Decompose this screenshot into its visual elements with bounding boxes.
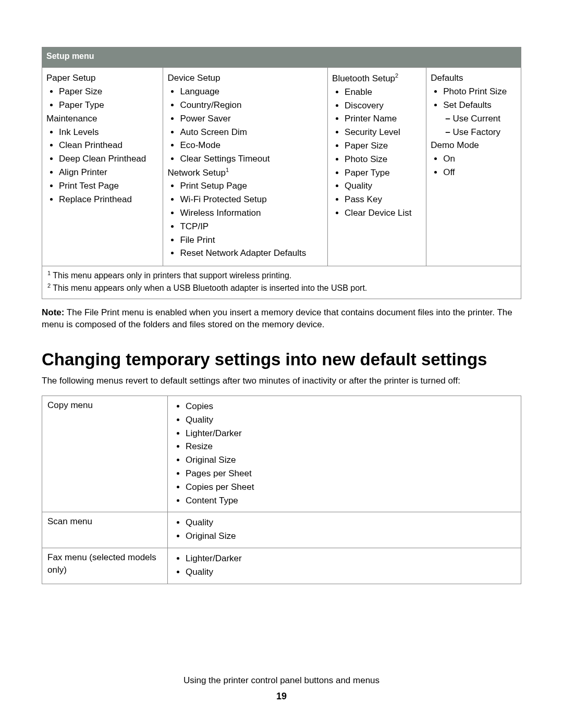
copy-menu-label: Copy menu	[42, 396, 168, 512]
list-item: Original Size	[186, 454, 516, 466]
copy-menu-items: Copies Quality Lighter/Darker Resize Ori…	[168, 396, 521, 512]
list-item: Clear Settings Timeout	[180, 153, 323, 165]
footer-chapter: Using the printer control panel buttons …	[0, 674, 563, 687]
note-paragraph: Note: The File Print menu is enabled whe…	[42, 306, 521, 331]
list-item: Security Level	[345, 126, 422, 139]
list-item: Print Test Page	[59, 180, 158, 192]
intro-text: The following menus revert to default se…	[42, 375, 521, 387]
footnote-2-text: This menu appears only when a USB Blueto…	[51, 283, 367, 292]
maintenance-list: Ink Levels Clean Printhead Deep Clean Pr…	[46, 126, 158, 206]
fax-menu-label: Fax menu (selected models only)	[42, 548, 168, 584]
network-setup-list: Print Setup Page Wi-Fi Protected Setup W…	[167, 180, 323, 260]
list-item: Print Setup Page	[180, 180, 323, 192]
defaults-list: Photo Print Size Set Defaults Use Curren…	[431, 85, 517, 138]
list-item: Paper Size	[345, 140, 422, 152]
list-item: Paper Type	[59, 99, 158, 112]
network-setup-label: Network Setup	[167, 168, 226, 178]
footnote-2: 2 This menu appears only when a USB Blue…	[47, 282, 516, 294]
list-item: Language	[180, 85, 323, 98]
list-item: On	[443, 153, 517, 165]
list-item: Quality	[186, 414, 516, 426]
footnote-1: 1 This menu appears only in printers tha…	[47, 269, 516, 282]
setup-col-2: Device Setup Language Country/Region Pow…	[163, 68, 328, 266]
list-item: Off	[443, 166, 517, 179]
set-defaults-sublist: Use Current Use Factory	[443, 113, 517, 139]
list-item: Quality	[345, 180, 422, 192]
scan-menu-label: Scan menu	[42, 512, 168, 548]
network-setup-sup: 1	[226, 167, 229, 173]
list-item: Paper Size	[59, 85, 158, 98]
list-item: Replace Printhead	[59, 193, 158, 206]
list-item: Reset Network Adapter Defaults	[180, 247, 323, 260]
list-item: TCP/IP	[180, 220, 323, 233]
bluetooth-setup-label: Bluetooth Setup	[332, 73, 395, 83]
list-item: Clear Device List	[345, 207, 422, 219]
list-item: Pages per Sheet	[186, 467, 516, 480]
setup-menu-header: Setup menu	[42, 47, 521, 68]
list-item: File Print	[180, 234, 323, 246]
setup-col-4: Defaults Photo Print Size Set Defaults U…	[426, 68, 521, 266]
list-item: Deep Clean Printhead	[59, 153, 158, 165]
paper-setup-list: Paper Size Paper Type	[46, 85, 158, 112]
list-item: Wireless Information	[180, 207, 323, 219]
list-item: Pass Key	[345, 193, 422, 206]
group-bluetooth-setup: Bluetooth Setup2	[332, 72, 422, 84]
default-menus-table: Copy menu Copies Quality Lighter/Darker …	[42, 396, 521, 584]
set-defaults-label: Set Defaults	[443, 100, 492, 110]
list-item: Auto Screen Dim	[180, 126, 323, 139]
note-label: Note:	[42, 307, 64, 317]
setup-footnotes: 1 This menu appears only in printers tha…	[42, 266, 521, 299]
list-item: Eco-Mode	[180, 139, 323, 152]
group-paper-setup: Paper Setup	[46, 72, 158, 84]
group-network-setup: Network Setup1	[167, 166, 323, 179]
page-footer: Using the printer control panel buttons …	[0, 674, 563, 703]
footnote-1-text: This menu appears only in printers that …	[51, 272, 291, 280]
page-number: 19	[0, 690, 563, 703]
note-text: The File Print menu is enabled when you …	[42, 307, 512, 330]
list-item: Copies per Sheet	[186, 481, 516, 493]
list-item: Resize	[186, 440, 516, 453]
setup-col-1: Paper Setup Paper Size Paper Type Mainte…	[42, 68, 163, 266]
list-item: Enable	[345, 86, 422, 98]
demo-mode-list: On Off	[431, 153, 517, 179]
bluetooth-setup-sup: 2	[395, 72, 398, 79]
list-item: Wi-Fi Protected Setup	[180, 193, 323, 206]
list-item: Lighter/Darker	[186, 427, 516, 440]
list-item: Photo Size	[345, 153, 422, 166]
list-item: Lighter/Darker	[186, 552, 516, 565]
list-item: Printer Name	[345, 113, 422, 125]
list-item: Use Factory	[454, 126, 517, 139]
list-item: Original Size	[186, 530, 516, 542]
list-item: Use Current	[454, 113, 517, 125]
list-item: Set Defaults Use Current Use Factory	[443, 99, 517, 138]
list-item: Align Printer	[59, 166, 158, 179]
list-item: Quality	[186, 566, 516, 578]
section-heading: Changing temporary settings into new def…	[42, 350, 521, 369]
list-item: Ink Levels	[59, 126, 158, 139]
fax-menu-items: Lighter/Darker Quality	[168, 548, 521, 584]
list-item: Copies	[186, 400, 516, 413]
list-item: Photo Print Size	[443, 85, 517, 98]
list-item: Country/Region	[180, 99, 323, 112]
scan-menu-items: Quality Original Size	[168, 512, 521, 548]
setup-menu-table: Setup menu Paper Setup Paper Size Paper …	[42, 47, 521, 299]
list-item: Content Type	[186, 495, 516, 507]
group-device-setup: Device Setup	[167, 72, 323, 84]
list-item: Clean Printhead	[59, 139, 158, 152]
group-demo-mode: Demo Mode	[431, 139, 517, 152]
list-item: Paper Type	[345, 167, 422, 179]
group-defaults: Defaults	[431, 72, 517, 84]
device-setup-list: Language Country/Region Power Saver Auto…	[167, 85, 323, 165]
setup-col-3: Bluetooth Setup2 Enable Discovery Printe…	[328, 68, 426, 266]
list-item: Discovery	[345, 100, 422, 112]
list-item: Quality	[186, 516, 516, 529]
group-maintenance: Maintenance	[46, 113, 158, 125]
bluetooth-setup-list: Enable Discovery Printer Name Security L…	[332, 86, 422, 219]
list-item: Power Saver	[180, 113, 323, 125]
